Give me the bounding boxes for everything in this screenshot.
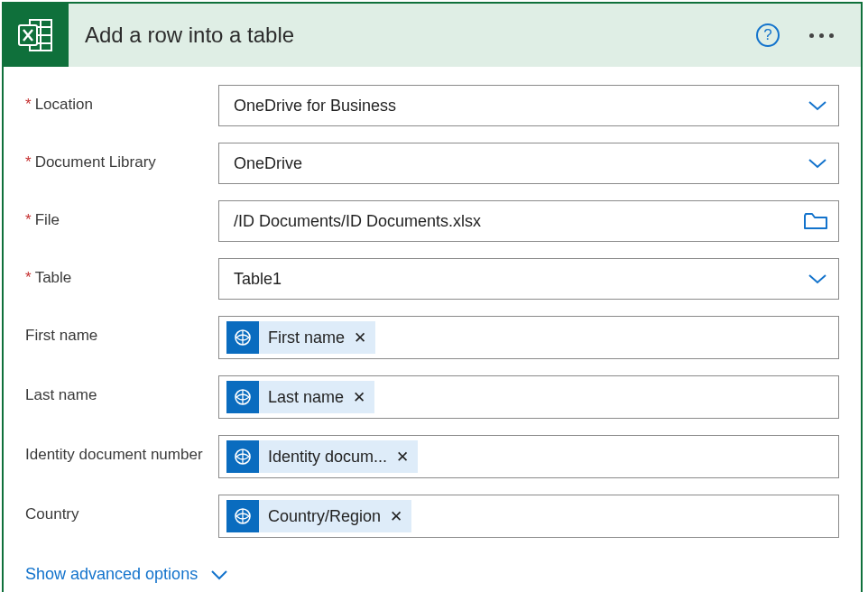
token-country[interactable]: Country/Region ✕ [226,500,411,532]
location-value: OneDrive for Business [234,97,396,116]
token-label: Identity docum... [268,448,387,467]
file-input[interactable]: /ID Documents/ID Documents.xlsx [218,200,839,242]
token-label: First name [268,328,345,347]
country-field[interactable]: Country/Region ✕ [218,495,839,538]
location-select[interactable]: OneDrive for Business [218,85,839,126]
file-value: /ID Documents/ID Documents.xlsx [234,212,481,231]
excel-icon [4,4,69,67]
dynamic-content-icon [226,381,259,413]
more-menu[interactable] [803,33,839,38]
label-file: File [25,200,218,229]
chevron-down-icon [808,99,827,112]
action-card: Add a row into a table ? Location OneDri… [2,2,863,592]
show-advanced-options[interactable]: Show advanced options [25,565,839,584]
dynamic-content-icon [226,440,259,473]
first-name-field[interactable]: First name ✕ [218,316,839,359]
token-label: Last name [268,388,344,407]
document-library-select[interactable]: OneDrive [218,143,839,184]
label-document-library: Document Library [25,143,218,171]
dynamic-content-icon [226,500,259,532]
dynamic-content-icon [226,321,259,354]
id-number-field[interactable]: Identity docum... ✕ [218,435,839,478]
remove-token-icon[interactable]: ✕ [390,507,402,526]
token-label: Country/Region [268,507,381,526]
chevron-down-icon [808,157,827,170]
folder-icon[interactable] [804,212,827,230]
card-header: Add a row into a table ? [4,4,861,67]
label-table: Table [25,258,218,287]
token-id-number[interactable]: Identity docum... ✕ [226,440,418,473]
label-first-name: First name [25,316,218,345]
card-body: Location OneDrive for Business Document … [4,67,861,592]
chevron-down-icon [808,273,827,285]
label-last-name: Last name [25,375,218,404]
label-country: Country [25,495,218,523]
chevron-down-icon [210,569,228,580]
document-library-value: OneDrive [234,154,302,173]
label-id-number: Identity document number [25,435,218,464]
remove-token-icon[interactable]: ✕ [396,448,409,467]
label-location: Location [25,85,218,114]
remove-token-icon[interactable]: ✕ [354,328,366,347]
help-icon[interactable]: ? [756,23,780,47]
last-name-field[interactable]: Last name ✕ [218,375,839,419]
table-select[interactable]: Table1 [218,258,839,300]
table-value: Table1 [234,270,282,289]
remove-token-icon[interactable]: ✕ [353,388,365,407]
token-last-name[interactable]: Last name ✕ [226,381,374,413]
token-first-name[interactable]: First name ✕ [226,321,375,354]
card-title: Add a row into a table [69,23,756,48]
advanced-label: Show advanced options [25,565,198,584]
